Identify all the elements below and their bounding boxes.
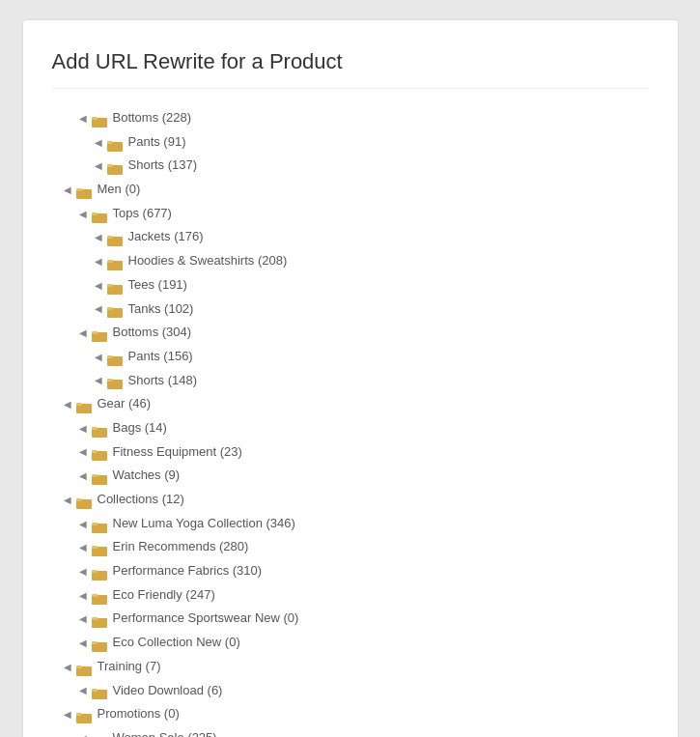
item-label[interactable]: Performance Sportswear New (0) [113, 607, 299, 631]
list-item: ◀ Promotions (0) [62, 702, 649, 726]
collapse-arrow[interactable]: ◀ [77, 442, 89, 461]
item-label[interactable]: Fitness Equipment (23) [113, 440, 242, 465]
item-label[interactable]: Pants (91) [128, 130, 186, 155]
svg-rect-34 [76, 498, 82, 501]
svg-rect-42 [92, 594, 98, 597]
list-item: ◀ Performance Sportswear New (0) [62, 607, 649, 631]
list-item: ◀ Bottoms (304) [62, 321, 649, 345]
collapse-arrow[interactable]: ◀ [77, 419, 89, 438]
collapse-arrow[interactable]: ◀ [77, 205, 89, 223]
item-label[interactable]: Pants (156) [128, 345, 193, 369]
collapse-arrow[interactable]: ◀ [77, 729, 89, 737]
collapse-arrow[interactable]: ◀ [93, 299, 104, 318]
main-card: Add URL Rewrite for a Product ◀ Bottoms … [22, 19, 679, 737]
item-label[interactable]: Erin Recommends (280) [113, 535, 249, 559]
folder-icon [92, 541, 107, 553]
item-label[interactable]: Eco Friendly (247) [113, 583, 215, 608]
collapse-arrow[interactable]: ◀ [77, 681, 89, 699]
folder-icon [107, 136, 123, 149]
collapse-arrow[interactable]: ◀ [93, 252, 104, 270]
collapse-arrow[interactable]: ◀ [62, 658, 73, 676]
svg-rect-14 [107, 260, 113, 263]
svg-rect-36 [92, 523, 98, 525]
list-item: ◀ Bottoms (228) [62, 106, 649, 130]
collapse-arrow[interactable]: ◀ [77, 467, 89, 485]
list-item: ◀ Collections (12) [62, 488, 649, 512]
item-label[interactable]: Collections (12) [98, 488, 184, 512]
svg-rect-12 [107, 236, 113, 239]
list-item: ◀ Training (7) [62, 655, 649, 679]
folder-icon [92, 637, 107, 649]
collapse-arrow[interactable]: ◀ [62, 181, 73, 199]
folder-icon [92, 732, 107, 737]
svg-rect-10 [92, 213, 98, 215]
list-item: ◀ Women Sale (225) [62, 726, 649, 737]
item-label[interactable]: Gear (46) [98, 392, 152, 416]
folder-icon [92, 684, 107, 696]
item-label[interactable]: Promotions (0) [98, 702, 180, 726]
list-item: ◀ Hoodies & Sweatshirts (208) [62, 249, 649, 273]
svg-rect-50 [92, 689, 98, 692]
item-label[interactable]: Training (7) [98, 655, 161, 679]
collapse-arrow[interactable]: ◀ [77, 109, 89, 128]
folder-icon [76, 398, 92, 411]
collapse-arrow[interactable]: ◀ [77, 538, 89, 556]
list-item: ◀ Tees (191) [62, 273, 649, 298]
svg-rect-28 [92, 427, 98, 430]
item-label[interactable]: Bottoms (228) [113, 106, 192, 130]
item-label[interactable]: Bottoms (304) [113, 321, 192, 345]
collapse-arrow[interactable]: ◀ [93, 228, 104, 246]
item-label[interactable]: Watches (9) [113, 464, 181, 488]
collapse-arrow[interactable]: ◀ [93, 133, 104, 152]
page-title: Add URL Rewrite for a Product [52, 49, 649, 89]
folder-icon [92, 422, 107, 435]
collapse-arrow[interactable]: ◀ [62, 491, 73, 509]
list-item: ◀ Performance Fabrics (310) [62, 559, 649, 583]
item-label[interactable]: Hoodies & Sweatshirts (208) [128, 249, 288, 273]
item-label[interactable]: Performance Fabrics (310) [113, 559, 263, 583]
svg-rect-40 [92, 570, 98, 573]
collapse-arrow[interactable]: ◀ [77, 586, 89, 605]
list-item: ◀ New Luma Yoga Collection (346) [62, 512, 649, 536]
category-tree: ◀ Bottoms (228) ◀ Pants (91) ◀ Shorts (1… [52, 106, 649, 737]
collapse-arrow[interactable]: ◀ [77, 324, 89, 342]
item-label[interactable]: Tees (191) [128, 273, 187, 298]
item-label[interactable]: Tanks (102) [128, 298, 194, 322]
svg-rect-8 [76, 188, 82, 191]
svg-rect-26 [76, 403, 82, 406]
item-label[interactable]: Shorts (137) [128, 154, 198, 178]
collapse-arrow[interactable]: ◀ [77, 515, 89, 533]
collapse-arrow[interactable]: ◀ [93, 276, 104, 295]
item-label[interactable]: Eco Collection New (0) [113, 631, 240, 655]
folder-icon [107, 374, 123, 386]
item-label[interactable]: Women Sale (225) [113, 726, 217, 737]
folder-icon [92, 208, 107, 220]
list-item: ◀ Video Download (6) [62, 679, 649, 703]
list-item: ◀ Gear (46) [62, 392, 649, 416]
collapse-arrow[interactable]: ◀ [93, 371, 104, 389]
folder-icon [107, 231, 123, 243]
folder-icon [107, 159, 123, 172]
svg-rect-52 [76, 713, 82, 716]
item-label[interactable]: Bags (14) [113, 416, 167, 440]
collapse-arrow[interactable]: ◀ [62, 705, 73, 723]
list-item: ◀ Erin Recommends (280) [62, 535, 649, 559]
folder-icon [92, 565, 107, 578]
item-label[interactable]: Tops (677) [113, 202, 172, 226]
svg-rect-2 [92, 117, 98, 120]
item-label[interactable]: New Luma Yoga Collection (346) [113, 512, 295, 536]
collapse-arrow[interactable]: ◀ [77, 562, 89, 581]
collapse-arrow[interactable]: ◀ [77, 609, 89, 628]
collapse-arrow[interactable]: ◀ [77, 634, 89, 652]
item-label[interactable]: Jackets (176) [128, 225, 204, 249]
svg-rect-32 [92, 474, 98, 477]
collapse-arrow[interactable]: ◀ [62, 395, 73, 413]
list-item: ◀ Eco Friendly (247) [62, 583, 649, 608]
item-label[interactable]: Shorts (148) [128, 369, 198, 393]
item-label[interactable]: Video Download (6) [113, 679, 223, 703]
folder-icon [92, 518, 107, 530]
item-label[interactable]: Men (0) [98, 178, 141, 202]
collapse-arrow[interactable]: ◀ [93, 348, 104, 366]
svg-rect-6 [107, 164, 113, 167]
collapse-arrow[interactable]: ◀ [93, 156, 104, 175]
